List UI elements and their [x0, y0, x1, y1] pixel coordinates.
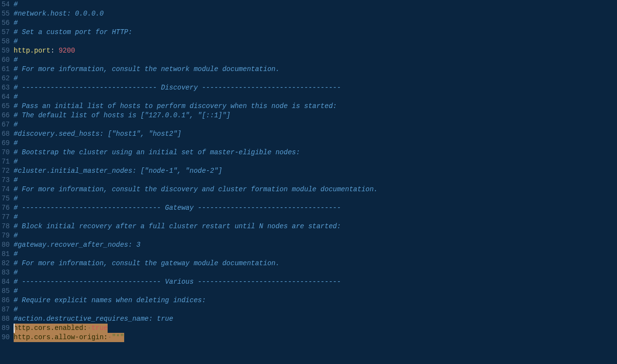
code-line[interactable]: #	[14, 157, 617, 166]
line-number: 77	[0, 213, 10, 222]
code-line[interactable]: #	[14, 74, 617, 83]
token-comment: #	[14, 56, 18, 64]
highlighted-range: http.cors.allow-origin:·"*"	[14, 333, 124, 342]
code-line[interactable]: # For more information, consult the netw…	[14, 65, 617, 74]
token-comment: #	[14, 287, 18, 295]
token-comment: #discovery.seed_hosts: ["host1", "host2"…	[14, 130, 181, 138]
code-line[interactable]: #	[14, 0, 617, 9]
token-comment: # For more information, consult the gate…	[14, 259, 280, 267]
code-line[interactable]: #	[14, 213, 617, 222]
token-comment: # The default list of hosts is ["127.0.0…	[14, 111, 230, 119]
code-line[interactable]: http.cors.allow-origin:·"*"	[14, 333, 617, 342]
code-line[interactable]: # For more information, consult the disc…	[14, 185, 617, 194]
token-string: "*"	[112, 333, 124, 341]
code-line[interactable]: # The default list of hosts is ["127.0.0…	[14, 111, 617, 120]
code-line[interactable]: http.cors.enabled:·true	[14, 324, 617, 333]
code-line[interactable]: #	[14, 37, 617, 46]
code-line[interactable]: #	[14, 120, 617, 129]
line-number: 89	[0, 324, 10, 333]
code-line[interactable]: # For more information, consult the gate…	[14, 259, 617, 268]
token-comment: #network.host: 0.0.0.0	[14, 10, 104, 18]
token-comment: #action.destructive_requires_name: true	[14, 315, 173, 323]
token-comment: # Block initial recovery after a full cl…	[14, 222, 341, 230]
token-comment: #	[14, 74, 18, 82]
code-line[interactable]: # Require explicit names when deleting i…	[14, 296, 617, 305]
code-line[interactable]: #	[14, 139, 617, 148]
line-number-gutter: 5455565758596061626364656667686970717273…	[0, 0, 14, 364]
token-space: ·	[108, 333, 112, 341]
token-comment: #	[14, 139, 18, 147]
token-key: http.cors.enabled	[14, 324, 83, 332]
code-line[interactable]: #	[14, 250, 617, 259]
code-line[interactable]: #gateway.recover_after_nodes: 3	[14, 240, 617, 250]
code-line[interactable]: # Block initial recovery after a full cl…	[14, 222, 617, 231]
line-number: 63	[0, 83, 10, 92]
token-key: http.cors.allow-origin	[14, 333, 104, 341]
token-comment: #	[14, 250, 18, 258]
code-line[interactable]: #	[14, 194, 617, 203]
code-editor[interactable]: 5455565758596061626364656667686970717273…	[0, 0, 617, 364]
token-comment: # ---------------------------------- Var…	[14, 278, 341, 286]
line-number: 60	[0, 55, 10, 65]
code-line[interactable]: #discovery.seed_hosts: ["host1", "host2"…	[14, 129, 617, 139]
line-number: 64	[0, 92, 10, 102]
code-line[interactable]: # Bootstrap the cluster using an initial…	[14, 148, 617, 157]
token-comment: #	[14, 0, 18, 8]
code-line[interactable]: #	[14, 305, 617, 314]
code-line[interactable]: #	[14, 55, 617, 65]
token-comment: #	[14, 121, 18, 128]
code-line[interactable]: # ---------------------------------- Var…	[14, 277, 617, 287]
code-line[interactable]: #	[14, 231, 617, 240]
token-comment: # ---------------------------------- Gat…	[14, 204, 341, 212]
code-line[interactable]: #network.host: 0.0.0.0	[14, 9, 617, 18]
token-comment: #gateway.recover_after_nodes: 3	[14, 241, 140, 249]
token-comment: # Require explicit names when deleting i…	[14, 296, 206, 304]
code-line[interactable]: #	[14, 268, 617, 277]
line-number: 82	[0, 259, 10, 268]
line-number: 66	[0, 111, 10, 120]
code-line[interactable]: # ---------------------------------- Gat…	[14, 203, 617, 213]
token-comment: #	[14, 158, 18, 165]
token-comment: # Bootstrap the cluster using an initial…	[14, 148, 300, 156]
code-line[interactable]: http.port: 9200	[14, 46, 617, 55]
code-line[interactable]: # --------------------------------- Disc…	[14, 83, 617, 92]
code-line[interactable]: # Set a custom port for HTTP:	[14, 28, 617, 37]
token-comment: # Set a custom port for HTTP:	[14, 28, 132, 36]
highlighted-range: http.cors.enabled:·true	[14, 324, 108, 333]
code-line[interactable]: #	[14, 287, 617, 296]
line-number: 54	[0, 0, 10, 9]
token-comment: #	[14, 93, 18, 101]
token-comment: #	[14, 213, 18, 221]
line-number: 61	[0, 65, 10, 74]
token-comment: #cluster.initial_master_nodes: ["node-1"…	[14, 167, 222, 175]
token-number: 9200	[58, 47, 75, 55]
token-comment: #	[14, 37, 18, 45]
code-line[interactable]: #	[14, 176, 617, 185]
line-number: 83	[0, 268, 10, 277]
line-number: 56	[0, 18, 10, 28]
line-number: 58	[0, 37, 10, 46]
code-content[interactable]: ##network.host: 0.0.0.0## Set a custom p…	[14, 0, 617, 364]
token-space: ·	[87, 324, 91, 332]
code-line[interactable]: #cluster.initial_master_nodes: ["node-1"…	[14, 166, 617, 176]
line-number: 85	[0, 287, 10, 296]
line-number: 55	[0, 9, 10, 18]
token-comment: # For more information, consult the disc…	[14, 185, 378, 193]
line-number: 70	[0, 148, 10, 157]
code-line[interactable]: #action.destructive_requires_name: true	[14, 314, 617, 324]
line-number: 79	[0, 231, 10, 240]
line-number: 81	[0, 250, 10, 259]
token-comment: #	[14, 195, 18, 202]
token-comment: #	[14, 19, 18, 27]
token-comment: #	[14, 269, 18, 276]
code-line[interactable]: #	[14, 18, 617, 28]
token-comment: # For more information, consult the netw…	[14, 65, 280, 73]
token-comment: #	[14, 306, 18, 313]
code-line[interactable]: #	[14, 92, 617, 102]
token-colon: :	[83, 324, 87, 332]
line-number: 72	[0, 166, 10, 176]
token-bool: true	[92, 324, 108, 332]
code-line[interactable]: # Pass an initial list of hosts to perfo…	[14, 102, 617, 111]
token-colon: :	[51, 47, 59, 55]
token-comment: #	[14, 176, 18, 184]
